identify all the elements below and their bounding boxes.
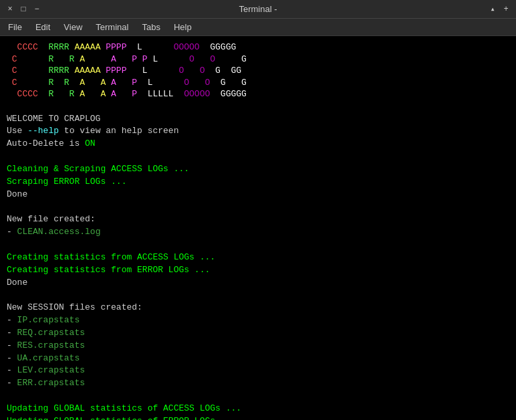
session-file-res: - RES.crapstats	[7, 340, 509, 352]
minimize-button[interactable]: −	[32, 5, 41, 14]
use-help-line: Use --help to view an help screen	[7, 125, 509, 138]
creating-access-line: Creating statistics from ACCESS LOGs ...	[7, 251, 509, 264]
ascii-art-line1: CCCC RRRR AAAAA PPPP L OOOOO GGGGG	[7, 41, 509, 54]
menu-help[interactable]: Help	[168, 21, 197, 33]
updating-access-line: Updating GLOBAL statistics of ACCESS LOG…	[7, 403, 509, 415]
terminal-window[interactable]: CCCC RRRR AAAAA PPPP L OOOOO GGGGG C R R…	[0, 36, 516, 420]
session-file-lev: - LEV.crapstats	[7, 364, 509, 377]
session-file-err: - ERR.crapstats	[7, 377, 509, 390]
menubar: File Edit View Terminal Tabs Help	[0, 19, 516, 36]
menu-terminal[interactable]: Terminal	[90, 21, 134, 33]
ascii-art-line3: C RRRR AAAAA PPPP L O O G GG	[7, 65, 509, 77]
new-file-line: New file created:	[7, 213, 509, 226]
ascii-art-line5: CCCC R R A A A P LLLLL OOOOO GGGGG	[7, 88, 509, 100]
session-file-req: - REQ.crapstats	[7, 327, 509, 340]
session-file-ua: - UA.crapstats	[7, 352, 509, 365]
titlebar-controls[interactable]: × □ −	[5, 5, 41, 14]
scraping-line: Scraping ERROR LOGs ...	[7, 176, 509, 189]
new-session-line: New SESSION files created:	[7, 302, 509, 314]
maximize-button[interactable]: □	[19, 5, 28, 14]
done2-line: Done	[7, 277, 509, 290]
welcome-line: WELCOME TO CRAPLOG	[7, 113, 509, 126]
menu-tabs[interactable]: Tabs	[136, 21, 165, 33]
new-tab-button[interactable]: +	[501, 5, 511, 14]
window-title: Terminal -	[239, 4, 277, 14]
creating-error-line: Creating statistics from ERROR LOGs ...	[7, 264, 509, 277]
ascii-art-line2: C R R A A P P L O O G	[7, 54, 509, 66]
updating-error-line: Updating GLOBAL statistics of ERROR LOGs…	[7, 415, 509, 420]
auto-delete-line: Auto-Delete is ON	[7, 138, 509, 150]
expand-button[interactable]: ▴	[488, 5, 497, 14]
cleaning-line: Cleaning & Scraping ACCESS LOGs ...	[7, 163, 509, 176]
menu-view[interactable]: View	[58, 21, 88, 33]
menu-edit[interactable]: Edit	[30, 21, 55, 33]
session-file-ip: - IP.crapstats	[7, 314, 509, 327]
close-button[interactable]: ×	[5, 5, 15, 14]
titlebar: × □ − Terminal - ▴ +	[0, 0, 516, 19]
titlebar-right-controls[interactable]: ▴ +	[488, 5, 511, 14]
menu-file[interactable]: File	[3, 21, 27, 33]
done1-line: Done	[7, 189, 509, 201]
ascii-art-line4: C R R A A A P L O O G G	[7, 77, 509, 89]
clean-file-line: - CLEAN.access.log	[7, 226, 509, 239]
